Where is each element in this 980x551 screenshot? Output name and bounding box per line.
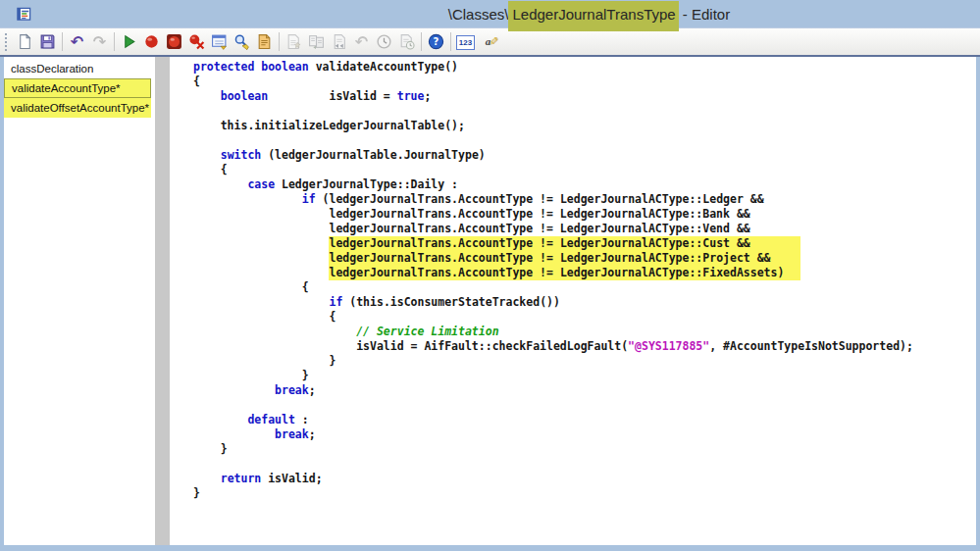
code-line: ledgerJournalTrans.AccountType != Ledger… bbox=[193, 236, 976, 251]
toolbar-separator bbox=[421, 32, 422, 51]
code-line bbox=[193, 104, 976, 119]
code-token: break bbox=[275, 383, 309, 397]
svg-text:?: ? bbox=[434, 36, 439, 47]
code-token: } bbox=[193, 369, 309, 382]
toolbar-separator bbox=[114, 32, 115, 51]
method-list-item[interactable]: classDeclaration bbox=[4, 59, 151, 78]
code-token: : bbox=[295, 413, 309, 426]
line-numbers-button[interactable]: 123 bbox=[454, 31, 477, 53]
enable-breakpoint-button[interactable] bbox=[163, 31, 185, 53]
method-list-item[interactable]: validateOffsetAccountType* bbox=[4, 98, 151, 118]
code-token: return bbox=[221, 472, 262, 485]
code-line: { bbox=[193, 280, 976, 295]
code-line: default : bbox=[193, 413, 976, 427]
undo-icon: ↶ bbox=[71, 34, 83, 50]
code-line: ledgerJournalTrans.AccountType != Ledger… bbox=[193, 266, 976, 280]
code-token: if bbox=[329, 295, 342, 309]
code-token bbox=[193, 148, 221, 162]
open-document-icon bbox=[256, 33, 273, 50]
save-button[interactable] bbox=[36, 31, 59, 53]
code-token: this.initializeLedgerJournalTable(); bbox=[193, 119, 465, 132]
toolbar-separator bbox=[279, 32, 280, 51]
code-line: { bbox=[193, 310, 976, 325]
undo-button[interactable]: ↶ bbox=[66, 31, 88, 53]
code-token: validateAccountType() bbox=[309, 60, 458, 74]
revert-button[interactable]: ↶ bbox=[350, 31, 373, 53]
code-token: "@SYS117885" bbox=[628, 339, 709, 353]
code-line: } bbox=[193, 442, 976, 457]
redo-button[interactable]: ↷ bbox=[88, 31, 111, 53]
document-clock-icon bbox=[398, 33, 415, 50]
code-token: (this.isConsumerStateTracked()) bbox=[342, 295, 560, 309]
code-token: { bbox=[193, 163, 228, 176]
editor-window-icon bbox=[17, 7, 31, 22]
code-token: ; bbox=[309, 383, 316, 397]
insert-script-button[interactable] bbox=[283, 31, 305, 53]
code-token: isValid = bbox=[268, 89, 397, 103]
method-list-item[interactable]: validateAccountType* bbox=[4, 78, 151, 98]
toolbar-grip bbox=[5, 33, 10, 51]
code-token: true bbox=[397, 89, 425, 103]
title-prefix: \Classes\ bbox=[448, 6, 509, 23]
breakpoint-button[interactable] bbox=[140, 31, 163, 53]
new-button[interactable] bbox=[14, 31, 36, 53]
edit-icon: a✎ bbox=[480, 33, 497, 51]
highlighted-code-token: ledgerJournalTrans.AccountType != Ledger… bbox=[329, 251, 800, 266]
code-line: protected boolean validateAccountType() bbox=[193, 60, 976, 75]
code-line bbox=[193, 133, 976, 148]
lookup-icon bbox=[233, 33, 250, 50]
code-line: ledgerJournalTrans.AccountType != Ledger… bbox=[193, 207, 976, 222]
toolbar-separator bbox=[450, 32, 451, 51]
sidebar-scrollbar[interactable] bbox=[155, 57, 170, 545]
history-button[interactable] bbox=[373, 31, 395, 53]
code-line: { bbox=[193, 75, 976, 89]
edit-mode-button[interactable]: a✎ bbox=[477, 31, 499, 53]
code-token: isValid = AifFault::checkFailedLogFault( bbox=[193, 339, 628, 353]
code-token bbox=[193, 383, 275, 397]
code-line: boolean isValid = true; bbox=[193, 89, 976, 104]
clock-icon bbox=[376, 33, 392, 50]
code-line: if (this.isConsumerStateTracked()) bbox=[193, 295, 976, 310]
code-token: LedgerJournalType::Daily : bbox=[275, 177, 458, 191]
code-line bbox=[193, 457, 976, 472]
code-line: case LedgerJournalType::Daily : bbox=[193, 177, 976, 192]
breakpoint-icon bbox=[143, 33, 160, 50]
remove-breakpoints-button[interactable] bbox=[185, 31, 208, 53]
code-line: this.initializeLedgerJournalTable(); bbox=[193, 119, 976, 133]
line-numbers-icon: 123 bbox=[456, 33, 475, 50]
script-library-button[interactable] bbox=[328, 31, 350, 53]
code-token: { bbox=[193, 280, 309, 294]
code-token bbox=[193, 251, 329, 265]
versions-button[interactable] bbox=[395, 31, 418, 53]
code-token: } bbox=[193, 486, 200, 500]
code-token: // Service Limitation bbox=[356, 325, 498, 338]
code-token bbox=[193, 325, 356, 338]
code-token bbox=[193, 177, 247, 191]
code-token: isValid; bbox=[261, 472, 322, 485]
code-token: boolean bbox=[221, 89, 268, 103]
code-editor[interactable]: protected boolean validateAccountType(){… bbox=[170, 57, 976, 545]
save-icon bbox=[39, 33, 56, 50]
code-token bbox=[193, 89, 221, 103]
code-line: switch (ledgerJournalTable.JournalType) bbox=[193, 148, 976, 163]
lookup-button[interactable] bbox=[231, 31, 253, 53]
code-token: (ledgerJournalTrans.AccountType != Ledge… bbox=[316, 192, 764, 206]
code-token: default bbox=[247, 413, 294, 426]
breakpoint-list-button[interactable] bbox=[208, 31, 231, 53]
code-token: { bbox=[193, 310, 335, 324]
toolbar: ↶↷↶?123a✎ bbox=[0, 27, 980, 57]
window-title: \Classes\LedgerJournalTransType - Editor bbox=[31, 6, 980, 23]
redo-icon: ↷ bbox=[93, 34, 106, 50]
code-line: ledgerJournalTrans.AccountType != Ledger… bbox=[193, 251, 976, 266]
code-token bbox=[193, 236, 329, 250]
code-line: ledgerJournalTrans.AccountType != Ledger… bbox=[193, 222, 976, 236]
compare-button[interactable] bbox=[305, 31, 328, 53]
code-line: return isValid; bbox=[193, 472, 976, 486]
compare-documents-icon bbox=[308, 33, 325, 50]
code-token: break bbox=[275, 427, 309, 441]
help-button[interactable]: ? bbox=[425, 31, 447, 53]
open-editor-button[interactable] bbox=[253, 31, 276, 53]
go-button[interactable] bbox=[118, 31, 140, 53]
code-line: break; bbox=[193, 427, 976, 442]
code-line: isValid = AifFault::checkFailedLogFault(… bbox=[193, 339, 976, 354]
